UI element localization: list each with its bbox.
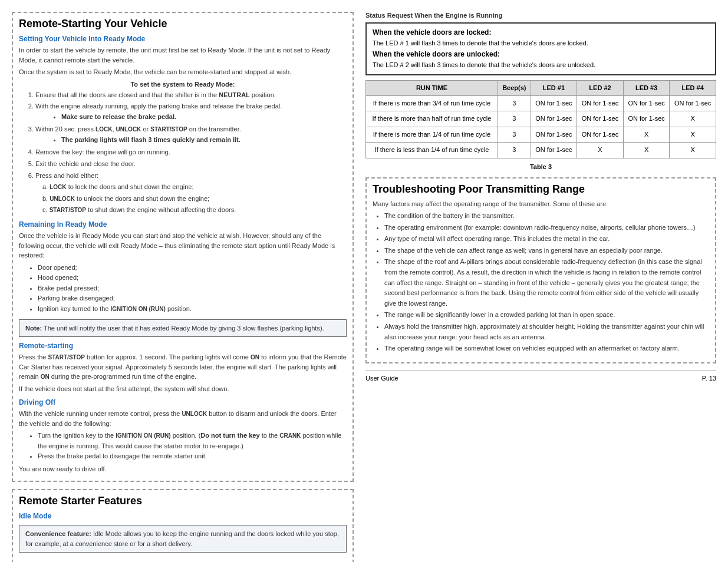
remote-starting-title: Remote-Starting Your Vehicle <box>19 18 347 30</box>
col-led2: LED #2 <box>577 80 624 95</box>
row4-beeps: 3 <box>498 143 531 158</box>
neutral-text: NEUTRAL <box>219 91 250 98</box>
col-led1: LED #1 <box>531 80 577 95</box>
row4-led4: X <box>670 143 716 158</box>
table-row: If there is more than 3/4 of run time cy… <box>366 95 716 111</box>
right-footer-text: User Guide <box>365 375 398 382</box>
remaining-ready-heading: Remaining In Ready Mode <box>19 220 347 229</box>
unlock-code: UNLOCK <box>116 126 141 133</box>
troubleshoot-section: Troubleshooting Poor Transmitting Range … <box>365 177 716 363</box>
unlocked-line-bold: When the vehicle doors are unlocked: <box>373 49 709 60</box>
bullet-hood: Hood opened; <box>38 273 347 283</box>
status-section: Status Request When the Engine is Runnin… <box>365 12 716 170</box>
step-2-sub-bullet: Make sure to release the brake pedal. <box>61 112 347 123</box>
table-row: If there is less than 1/4 of run time cy… <box>366 143 716 158</box>
table-row: If there is more than half of run time c… <box>366 111 716 127</box>
trouble-bullet-5: The shape of the roof and A-pillars brin… <box>384 257 709 309</box>
row1-beeps: 3 <box>498 95 531 111</box>
step-3-sub: The parking lights will flash 3 times qu… <box>61 135 347 146</box>
step-6: Press and hold either: a. LOCK to lock t… <box>35 171 347 216</box>
bullet-door: Door opened; <box>38 263 347 273</box>
row2-beeps: 3 <box>498 111 531 127</box>
troubleshoot-intro: Many factors may affect the operating ra… <box>373 199 709 209</box>
locked-unlocked-box: When the vehicle doors are locked: The L… <box>365 22 716 75</box>
driving-bullet-2: Press the brake pedal to disengage the r… <box>38 451 347 462</box>
startstop-c: START/STOP <box>50 207 86 213</box>
step-6c: c. START/STOP to shut down the engine wi… <box>42 205 347 216</box>
ready-mode-note: Note: The unit will notify the user that… <box>19 319 347 338</box>
row3-led2: ON for 1-sec <box>577 127 624 142</box>
lock-code: LOCK <box>95 126 112 133</box>
table-caption: Table 3 <box>365 163 716 170</box>
step-2: With the engine already running, apply t… <box>35 101 347 122</box>
on-text1: ON <box>251 354 259 361</box>
ready-mode-para1: In order to start the vehicle by remote,… <box>19 45 347 65</box>
bullet-brake: Brake pedal pressed; <box>38 283 347 294</box>
note-label: Note: <box>25 325 42 332</box>
row2-led4: X <box>670 111 716 127</box>
trouble-bullet-4: The shape of the vehicle can affect rang… <box>384 246 709 256</box>
step-6a: a. LOCK to lock the doors and shut down … <box>42 182 347 193</box>
remote-starting-section: Remote-Starting Your Vehicle Setting You… <box>12 12 354 482</box>
locked-line-bold: When the vehicle doors are locked: <box>373 27 709 38</box>
step-5: Exit the vehicle and close the door. <box>35 159 347 170</box>
ready-mode-steps: Ensure that all the doors are closed and… <box>35 90 347 216</box>
status-table: RUN TIME Beep(s) LED #1 LED #2 LED #3 LE… <box>365 80 716 158</box>
remote-starting-para2: If the vehicle does not start at the fir… <box>19 384 347 394</box>
row3-led3: X <box>623 127 670 142</box>
trouble-bullet-2: The operating environment (for example: … <box>384 223 709 233</box>
row1-led4: ON for 1-sec <box>670 95 716 111</box>
startstop-remote: START/STOP <box>48 354 85 361</box>
left-page: Remote-Starting Your Vehicle Setting You… <box>12 12 354 562</box>
right-page-num: P. 13 <box>702 375 716 382</box>
row1-led2: ON for 1-sec <box>577 95 624 111</box>
table-row: If there is more than 1/4 of run time cy… <box>366 127 716 142</box>
do-not-turn: Do not turn the key <box>200 432 259 439</box>
row4-led3: X <box>623 143 670 158</box>
ready-mode-heading: Setting Your Vehicle Into Ready Mode <box>19 35 347 43</box>
driving-off-heading: Driving Off <box>19 398 347 406</box>
remaining-ready-para1: Once the vehicle is in Ready Mode you ca… <box>19 231 347 260</box>
step-3-sub-bullet: The parking lights will flash 3 times qu… <box>61 135 347 146</box>
trouble-bullet-3: Any type of metal will affect operating … <box>384 234 709 244</box>
bullet-parking: Parking brake disengaged; <box>38 293 347 304</box>
row1-runtime: If there is more than 3/4 of run time cy… <box>366 95 498 111</box>
driving-off-bullets: Turn the ignition key to the IGNITION ON… <box>38 431 347 462</box>
col-led4: LED #4 <box>670 80 716 95</box>
step-1: Ensure that all the doors are closed and… <box>35 90 347 101</box>
troubleshoot-title: Troubleshooting Poor Transmitting Range <box>373 183 709 196</box>
row1-led3: ON for 1-sec <box>623 95 670 111</box>
step-2-sub: Make sure to release the brake pedal. <box>61 112 347 123</box>
ready-mode-para2: Once the system is set to Ready Mode, th… <box>19 67 347 77</box>
row3-runtime: If there is more than 1/4 of run time cy… <box>366 127 498 142</box>
row4-led1: ON for 1-sec <box>531 143 577 158</box>
bullet-ignition: Ignition key turned to the IGNITION ON (… <box>38 304 347 315</box>
driving-off-para1: With the vehicle running under remote co… <box>19 409 347 428</box>
row2-led3: ON for 1-sec <box>623 111 670 127</box>
trouble-bullet-1: The condition of the battery in the tran… <box>384 211 709 222</box>
locked-line-text: The LED # 1 will flash 3 times to denote… <box>373 38 709 49</box>
convenience-label: Convenience feature: <box>25 530 91 537</box>
col-led3: LED #3 <box>623 80 670 95</box>
step-6b: b. UNLOCK to unlock the doors and shut d… <box>42 194 347 204</box>
row4-runtime: If there is less than 1/4 of run time cy… <box>366 143 498 158</box>
unlocked-line-text: The LED # 2 will flash 3 times to denote… <box>373 60 709 71</box>
row3-beeps: 3 <box>498 127 531 142</box>
crank-text: CRANK <box>279 432 301 439</box>
step-4: Remove the key: the engine will go on ru… <box>35 147 347 158</box>
lock-a: LOCK <box>50 184 66 190</box>
step-6-sublist: a. LOCK to lock the doors and shut down … <box>42 182 347 216</box>
ready-to-drive: You are now ready to drive off. <box>19 464 347 474</box>
table-body: If there is more than 3/4 of run time cy… <box>366 95 716 158</box>
unlock-driving: UNLOCK <box>182 411 207 417</box>
unlock-b: UNLOCK <box>50 196 75 202</box>
trouble-bullet-8: The operating range will be somewhat low… <box>384 343 709 354</box>
row3-led4: X <box>670 127 716 142</box>
table-header-row: RUN TIME Beep(s) LED #1 LED #2 LED #3 LE… <box>366 80 716 95</box>
idle-mode-heading: Idle Mode <box>19 512 347 520</box>
row2-runtime: If there is more than half of run time c… <box>366 111 498 127</box>
instruction-heading: To set the system to Ready Mode: <box>19 81 347 88</box>
ignition-run-text: IGNITION ON (RUN) <box>111 306 166 312</box>
driving-bullet-1: Turn the ignition key to the IGNITION ON… <box>38 431 347 451</box>
remaining-ready-bullets: Door opened; Hood opened; Brake pedal pr… <box>38 263 347 315</box>
